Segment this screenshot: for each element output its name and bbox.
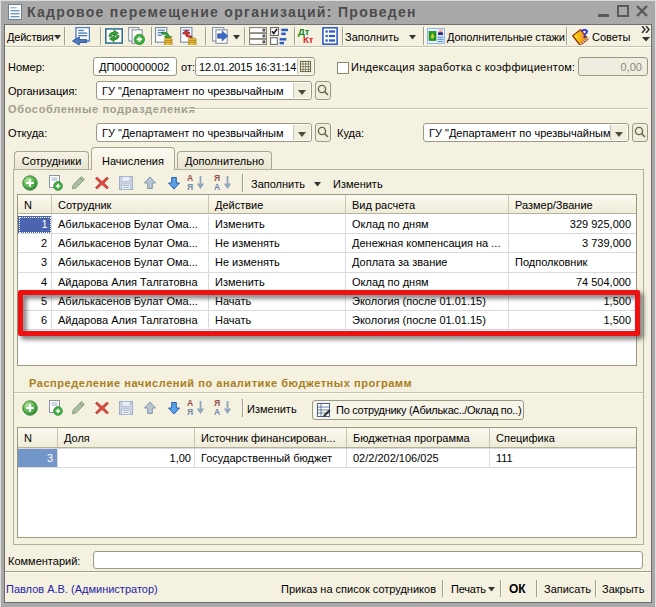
svg-text:?: ? (581, 27, 589, 41)
